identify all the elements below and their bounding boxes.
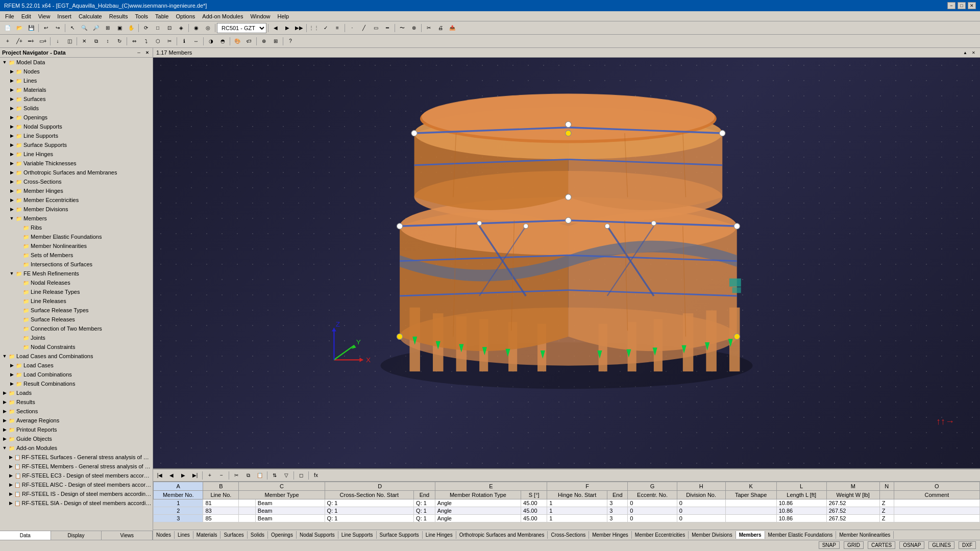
bottom-tab-openings[interactable]: Openings	[268, 531, 297, 539]
tb-prev[interactable]: ◀	[270, 23, 281, 33]
tree-expander-icon[interactable]: ▼	[8, 215, 15, 222]
tb-zoom-all[interactable]: ⊞	[102, 23, 113, 33]
tree-item[interactable]: ▶📋RF-STEEL Surfaces - General stress ana…	[0, 453, 153, 462]
menu-tools[interactable]: Tools	[132, 12, 151, 20]
tree-expander-icon[interactable]	[15, 334, 22, 341]
tree-item[interactable]: ▶📋RF-STEEL Members - General stress anal…	[0, 462, 153, 471]
tb2-project[interactable]: ⤵	[140, 36, 152, 46]
tb-wire[interactable]: ◎	[202, 23, 213, 33]
table-cell[interactable]	[239, 515, 255, 522]
bt-select-all[interactable]: ◻	[296, 470, 307, 481]
tb2-move[interactable]: ↕	[102, 36, 113, 46]
table-cell[interactable]: 0	[628, 499, 677, 507]
tree-expander-icon[interactable]: ▶	[8, 95, 15, 103]
table-cell[interactable]: Q: 1	[414, 507, 435, 515]
tree-expander-icon[interactable]: ▶	[1, 389, 8, 396]
tb-undo[interactable]: ↩	[40, 23, 52, 33]
tree-expander-icon[interactable]: ▼	[1, 353, 8, 360]
tb-deform[interactable]: 〜	[397, 23, 408, 33]
tb-print[interactable]: 🖨	[435, 23, 446, 33]
table-cell[interactable]: 3	[607, 499, 628, 507]
tree-item[interactable]: ▶📁Solids	[0, 104, 153, 113]
table-cell[interactable]: Angle	[435, 515, 521, 522]
tree-item[interactable]: ▶📁Orthotropic Surfaces and Membranes	[0, 168, 153, 177]
bt-sort[interactable]: ⇅	[269, 470, 280, 481]
table-row[interactable]: 283BeamQ: 1Q: 1Angle45.00130010.86267.52…	[154, 507, 980, 515]
tree-expander-icon[interactable]: ▶	[8, 472, 14, 479]
tree-item[interactable]: ▶📁Variable Thicknesses	[0, 159, 153, 168]
tree-expander-icon[interactable]: ▶	[8, 380, 15, 387]
table-cell[interactable]: Q: 1	[325, 515, 414, 522]
table-cell[interactable]: 85	[203, 515, 239, 522]
tree-item[interactable]: 📁Line Releases	[0, 296, 153, 306]
bt-cut[interactable]: ✂	[231, 470, 242, 481]
bottom-tab-line-supports[interactable]: Line Supports	[338, 531, 377, 539]
tree-item[interactable]: ▼📁Add-on Modules	[0, 443, 153, 453]
tb2-colorize[interactable]: 🎨	[232, 36, 243, 46]
table-cell[interactable]	[239, 499, 255, 507]
table-cell[interactable]: 45.00	[521, 507, 547, 515]
table-cell[interactable]: 2	[154, 507, 203, 515]
tree-expander-icon[interactable]	[15, 297, 22, 305]
tree-item[interactable]: 📁Nodal Constraints	[0, 342, 153, 352]
tb2-extrude[interactable]: ⬡	[152, 36, 163, 46]
tb-calc[interactable]: ≡	[332, 23, 343, 33]
tree-item[interactable]: 📁Nodal Releases	[0, 278, 153, 287]
tree-item[interactable]: ▶📁Result Combinations	[0, 379, 153, 388]
table-cell[interactable]: Z	[879, 507, 894, 515]
menu-results[interactable]: Results	[106, 12, 131, 20]
tree-expander-icon[interactable]: ▶	[1, 435, 8, 442]
tree-expander-icon[interactable]: ▶	[8, 105, 15, 112]
table-cell[interactable]: 3	[607, 515, 628, 522]
table-cell[interactable]: 1	[547, 507, 607, 515]
tree-item[interactable]: ▶📋RF-STEEL IS - Design of steel members …	[0, 489, 153, 498]
tree-item[interactable]: ▶📁Guide Objects	[0, 434, 153, 443]
tree-item[interactable]: 📁Surface Release Types	[0, 306, 153, 315]
bottom-tab-surfaces[interactable]: Surfaces	[220, 531, 247, 539]
glines-button[interactable]: GLINES	[928, 541, 954, 549]
bt-first[interactable]: |◀	[154, 470, 165, 481]
nav-tab-display[interactable]: Display	[51, 531, 102, 540]
tree-expander-icon[interactable]: ▶	[8, 454, 14, 461]
tb2-hide[interactable]: ◑	[205, 36, 216, 46]
tb-render[interactable]: ◉	[190, 23, 202, 33]
table-cell[interactable]	[894, 499, 979, 507]
tree-item[interactable]: ▶📁Load Cases	[0, 361, 153, 370]
tree-item[interactable]: 📁Intersections of Surfaces	[0, 260, 153, 269]
bottom-tab-cross-sections[interactable]: Cross-Sections	[548, 531, 589, 539]
tree-item[interactable]: 📁Member Elastic Foundations	[0, 232, 153, 241]
tree-item[interactable]: ▶📁Surface Supports	[0, 140, 153, 149]
bt-new-row[interactable]: +	[204, 470, 215, 481]
table-cell[interactable]: Angle	[435, 499, 521, 507]
table-cell[interactable]: 45.00	[521, 515, 547, 522]
tree-expander-icon[interactable]	[15, 242, 22, 249]
table-cell[interactable]: 0	[677, 507, 725, 515]
bottom-tab-member-divisions[interactable]: Member Divisions	[689, 531, 736, 539]
tb2-surface-add[interactable]: ▭+	[37, 36, 48, 46]
tree-expander-icon[interactable]	[15, 233, 22, 240]
tree-expander-icon[interactable]: ▶	[8, 169, 15, 176]
bt-next[interactable]: ▶	[178, 470, 189, 481]
tb2-load[interactable]: ↓	[52, 36, 63, 46]
tb-redo[interactable]: ↪	[52, 23, 63, 33]
tree-expander-icon[interactable]: ▶	[1, 417, 8, 424]
tb-view-top[interactable]: ⊡	[164, 23, 175, 33]
tree-expander-icon[interactable]: ▶	[8, 86, 15, 93]
table-cell[interactable]	[239, 507, 255, 515]
tree-item[interactable]: ▶📁Line Supports	[0, 131, 153, 140]
tree-item[interactable]: ▶📋RF-STEEL AISC - Design of steel member…	[0, 480, 153, 489]
tree-expander-icon[interactable]: ▶	[8, 463, 14, 470]
table-cell[interactable]: Q: 1	[414, 515, 435, 522]
tree-item[interactable]: ▶📁Nodal Supports	[0, 122, 153, 131]
tree-item[interactable]: ▶📁Member Hinges	[0, 186, 153, 195]
bottom-tab-member-elastic-foundations[interactable]: Member Elastic Foundations	[765, 531, 837, 539]
tb-next[interactable]: ▶▶	[293, 23, 305, 33]
tb2-snap[interactable]: ⊕	[258, 36, 270, 46]
tb-export[interactable]: 📤	[447, 23, 458, 33]
bt-copy-table[interactable]: ⧉	[242, 470, 254, 481]
menu-options[interactable]: Options	[173, 12, 198, 20]
tree-expander-icon[interactable]	[15, 252, 22, 259]
tb-zoom-in[interactable]: 🔍	[79, 23, 90, 33]
menu-calculate[interactable]: Calculate	[76, 12, 105, 20]
tb2-measure[interactable]: ↔	[190, 36, 202, 46]
